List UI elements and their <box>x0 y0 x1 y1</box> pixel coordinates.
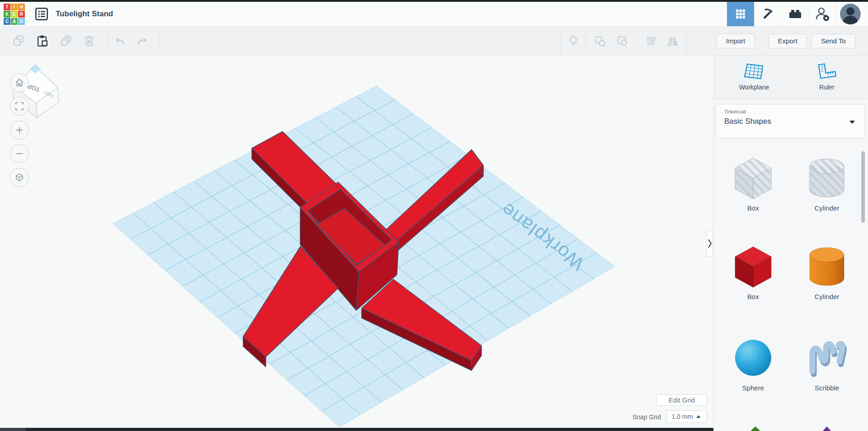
ruler-tool-icon <box>816 62 838 81</box>
brick-button[interactable] <box>781 2 808 26</box>
shape-hole-cylinder[interactable]: Cylinder <box>800 154 854 212</box>
list-menu-icon <box>35 7 48 21</box>
toolbar-right-icons <box>561 27 687 55</box>
paste-icon <box>36 35 48 47</box>
zoom-in-button[interactable] <box>10 121 29 140</box>
plus-icon <box>14 125 25 136</box>
perspective-cube-icon <box>14 172 25 183</box>
top-bar-apps <box>727 2 864 26</box>
workplane-tool-icon <box>743 62 765 81</box>
toolbar-separator <box>107 27 107 56</box>
logo-tile: D <box>18 18 25 25</box>
account-button[interactable] <box>835 2 864 26</box>
light-toggle-button[interactable] <box>566 33 581 49</box>
shape-label: Sphere <box>742 384 764 392</box>
shape-label: Scribble <box>815 384 839 392</box>
ungroup-button[interactable] <box>615 33 630 49</box>
logo-tile: R <box>18 11 25 18</box>
toolbar-separator <box>637 27 638 56</box>
paste-button[interactable] <box>34 33 50 49</box>
toolbar-separator <box>561 27 561 56</box>
ungroup-icon <box>617 35 628 47</box>
delete-button[interactable] <box>81 33 97 49</box>
shape-label: Box <box>747 293 759 300</box>
redo-icon <box>136 35 148 47</box>
shape-sphere[interactable]: Sphere <box>726 333 780 392</box>
bottom-bar <box>0 428 713 431</box>
library-brand: Tinkercad <box>724 109 857 114</box>
align-button[interactable] <box>644 33 660 49</box>
group-button[interactable] <box>592 33 608 49</box>
home-icon <box>14 77 25 88</box>
design-menu-button[interactable] <box>34 6 49 22</box>
home-view-button[interactable] <box>10 73 29 92</box>
lightbulb-icon <box>567 35 579 47</box>
perspective-toggle-button[interactable] <box>10 168 29 187</box>
toolbar-separator <box>687 27 687 56</box>
logo-tile: N <box>18 4 25 10</box>
invite-person-add-icon <box>814 6 830 22</box>
fit-view-button[interactable] <box>10 97 29 116</box>
window-top-strip <box>0 0 868 2</box>
edit-grid-button[interactable]: Edit Grid <box>656 394 707 406</box>
scribble-icon <box>805 333 849 380</box>
logo-tile: A <box>11 18 18 25</box>
sidebar-collapse-button[interactable] <box>706 230 713 257</box>
hole-cylinder-icon <box>805 154 849 201</box>
design-title[interactable]: Tubelight Stand <box>56 9 113 19</box>
minus-icon <box>14 148 25 159</box>
zoom-out-button[interactable] <box>10 144 29 163</box>
minecraft-button[interactable] <box>754 2 781 26</box>
shape-solid-cylinder[interactable]: Cylinder <box>800 242 854 300</box>
import-button[interactable]: Import <box>717 34 755 48</box>
next-shape-peek-purple <box>818 426 836 431</box>
hole-box-icon <box>731 154 775 201</box>
redo-button[interactable] <box>134 33 150 49</box>
copy-icon <box>13 35 25 47</box>
toolbar-actions: Import Export Send To <box>717 27 855 55</box>
dashboard-button[interactable] <box>727 2 754 26</box>
logo-tile: T <box>4 4 10 10</box>
sphere-icon <box>731 333 775 380</box>
toolbar: Import Export Send To <box>0 27 868 56</box>
shape-label: Cylinder <box>814 204 839 212</box>
solid-cylinder-icon <box>805 242 849 289</box>
toolbar-separator <box>160 27 160 56</box>
bottom-bar-block <box>0 428 26 431</box>
group-icon <box>594 35 606 47</box>
copy-button[interactable] <box>11 33 26 49</box>
export-button[interactable]: Export <box>769 34 807 48</box>
shapes-panel: Workplane Ruler Tinkercad Basic Shapes <box>713 56 868 431</box>
mirror-button[interactable] <box>665 33 680 49</box>
ruler-tool[interactable]: Ruler <box>793 62 861 91</box>
shape-library-select[interactable]: Tinkercad Basic Shapes <box>716 104 865 139</box>
helper-tools: Workplane Ruler <box>714 56 868 99</box>
sidebar-scrollbar[interactable] <box>861 151 865 223</box>
brick-icon <box>788 8 802 20</box>
avatar <box>840 4 861 24</box>
shape-solid-box[interactable]: Box <box>726 242 780 300</box>
caret-up-icon <box>696 415 701 418</box>
snap-grid-label: Snap Grid <box>625 413 661 421</box>
duplicate-button[interactable] <box>58 33 73 49</box>
shape-label: Box <box>747 204 759 212</box>
tinkercad-logo[interactable]: TINKERCAD <box>4 4 25 25</box>
send-to-button[interactable]: Send To <box>811 34 855 48</box>
invite-button[interactable] <box>808 2 835 26</box>
fit-view-icon <box>14 101 25 112</box>
chevron-right-icon <box>708 239 712 248</box>
workplane-scene[interactable]: Workplane <box>0 0 713 431</box>
trash-icon <box>83 35 95 47</box>
align-icon <box>646 35 658 47</box>
mirror-icon <box>667 35 679 47</box>
shape-scribble[interactable]: Scribble <box>800 333 854 392</box>
undo-button[interactable] <box>113 33 128 49</box>
library-name: Basic Shapes <box>724 117 857 126</box>
workplane-tool[interactable]: Workplane <box>720 62 788 91</box>
workplane-tool-label: Workplane <box>739 84 769 91</box>
undo-icon <box>114 35 126 47</box>
shape-label: Cylinder <box>814 293 839 300</box>
shape-hole-box[interactable]: Box <box>726 154 780 212</box>
caret-down-icon <box>849 121 855 124</box>
snap-grid-select[interactable]: 1.0 mm <box>666 410 707 423</box>
